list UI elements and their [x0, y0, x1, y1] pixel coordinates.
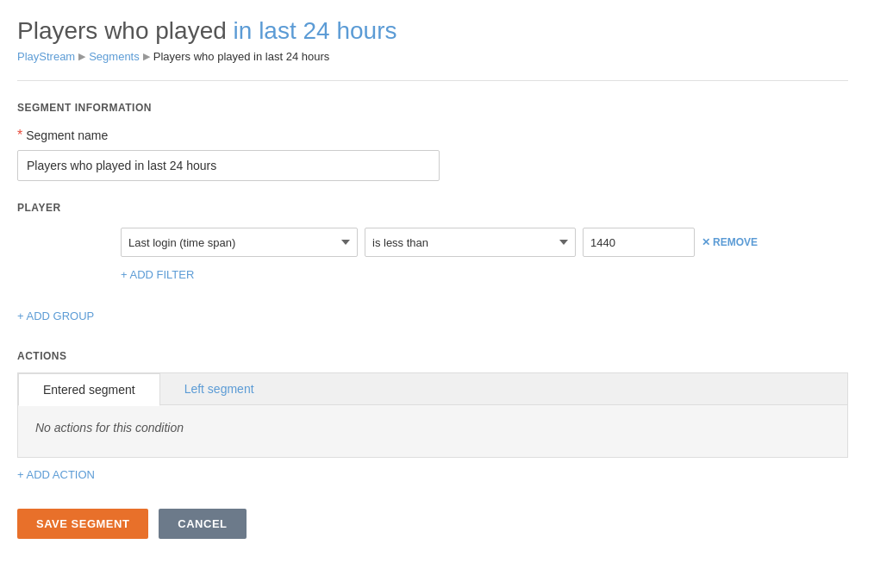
breadcrumb-sep2: ▶: [143, 51, 150, 62]
form-buttons: SAVE SEGMENT CANCEL: [17, 509, 848, 539]
breadcrumb-current: Players who played in last 24 hours: [153, 50, 330, 63]
add-filter-button[interactable]: + ADD FILTER: [121, 268, 194, 281]
page-title: Players who played in last 24 hours: [17, 17, 848, 45]
required-star: *: [17, 128, 22, 143]
save-segment-button[interactable]: SAVE SEGMENT: [17, 509, 148, 539]
actions-tabs-bar: Entered segment Left segment: [18, 373, 847, 405]
remove-x-icon: ✕: [702, 236, 710, 248]
breadcrumb-sep1: ▶: [78, 51, 85, 62]
page-divider: [17, 80, 848, 81]
filter-value-input[interactable]: [583, 228, 695, 257]
add-filter-label: + ADD FILTER: [121, 268, 194, 281]
player-section-title: PLAYER: [17, 202, 848, 214]
actions-title: ACTIONS: [17, 350, 848, 362]
add-action-label: + ADD ACTION: [17, 468, 95, 481]
breadcrumb-parent[interactable]: Segments: [89, 50, 140, 63]
tab-content-entered: No actions for this condition: [18, 405, 847, 457]
tab-entered-segment[interactable]: Entered segment: [18, 373, 160, 406]
segment-info-title: SEGMENT INFORMATION: [17, 102, 848, 114]
add-group-button[interactable]: + ADD GROUP: [17, 310, 94, 322]
page-container: Players who played in last 24 hours Play…: [0, 0, 874, 565]
breadcrumb-root[interactable]: PlayStream: [17, 50, 75, 63]
add-action-button[interactable]: + ADD ACTION: [17, 468, 95, 481]
remove-label: REMOVE: [713, 236, 758, 248]
segment-name-input[interactable]: [17, 150, 440, 181]
segment-name-label: * Segment name: [17, 128, 848, 143]
breadcrumb: PlayStream ▶ Segments ▶ Players who play…: [17, 50, 848, 63]
filter-row: Last login (time span) Total value to da…: [121, 228, 848, 257]
segment-name-label-text: Segment name: [26, 128, 108, 142]
remove-filter-button[interactable]: ✕ REMOVE: [702, 236, 758, 248]
filter-field-select[interactable]: Last login (time span) Total value to da…: [121, 228, 358, 257]
add-group-label: + ADD GROUP: [17, 310, 94, 322]
no-actions-text: No actions for this condition: [35, 421, 184, 435]
page-title-highlight: in last 24 hours: [234, 17, 397, 44]
cancel-button[interactable]: CANCEL: [159, 509, 246, 539]
actions-tabs-wrapper: Entered segment Left segment No actions …: [17, 372, 848, 458]
filter-condition-select[interactable]: is less than is greater than is equal to: [365, 228, 576, 257]
player-section: PLAYER Last login (time span) Total valu…: [17, 202, 848, 295]
segment-info-section: SEGMENT INFORMATION * Segment name: [17, 102, 848, 181]
actions-section: ACTIONS Entered segment Left segment No …: [17, 350, 848, 481]
tab-left-segment[interactable]: Left segment: [160, 373, 847, 405]
